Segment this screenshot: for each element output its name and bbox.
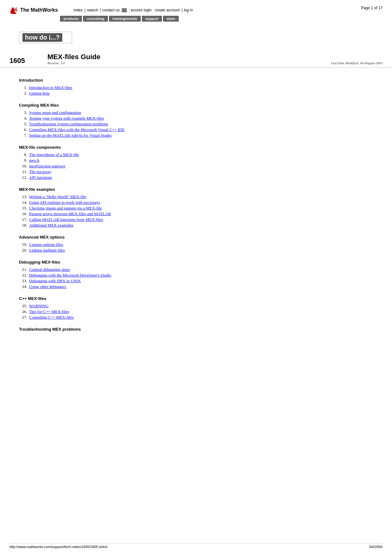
search-link[interactable]: search (87, 8, 98, 12)
doc-revision: Revison: 1.0 (47, 61, 300, 65)
nav-training[interactable]: training/events (109, 16, 141, 22)
log-in-link[interactable]: log in (184, 8, 193, 12)
toc-cpp: 25. WARNING 26. Tips for C++ MEX-files 2… (19, 303, 373, 320)
section-compiling: Compiling MEX-files 3. System setup and … (19, 103, 373, 138)
access-login-link[interactable]: access login (131, 8, 152, 12)
section-introduction: Introduction 1. Introduction to MEX-file… (19, 78, 373, 96)
header: The MathWorks index | search | contact u… (0, 0, 392, 22)
toc-link-22[interactable]: Debugging with the Microsoft Developer's… (29, 273, 111, 278)
section-heading-debugging: Debugging MEX-files (19, 260, 373, 265)
doc-date: Last Date Modified: 04-August-2003 (300, 61, 383, 65)
computer-icon (122, 8, 127, 12)
section-heading-troubleshooting: Troubleshooting MEX problems (19, 327, 373, 332)
section-heading-examples: MEX-file examples (19, 187, 373, 192)
nav-products[interactable]: products (60, 16, 82, 22)
section-troubleshooting: Troubleshooting MEX problems (19, 327, 373, 332)
toc-link-9[interactable]: mex.h (29, 158, 39, 163)
doc-title: MEX-files Guide (47, 53, 300, 61)
logo: The MathWorks (9, 6, 58, 15)
toc-link-19[interactable]: Custom options files (29, 242, 63, 247)
toc-link-16[interactable]: Passing arrays between MEX-files and MAT… (29, 211, 111, 216)
list-item: 23. Debugging with DBX in UNIX (19, 278, 373, 284)
toc-link-1[interactable]: Introduction to MEX-files (29, 85, 72, 90)
list-item: 7. Setting up the MATLAB Add-In for Visu… (19, 133, 373, 138)
list-item: 5. Troubleshooting system configuration … (19, 122, 373, 127)
list-item: 12. API functions (19, 175, 373, 180)
toc-link-8[interactable]: The ingredients of a MEX-file (29, 152, 79, 157)
section-debugging: Debugging MEX-files 21. General debuggin… (19, 260, 373, 289)
list-item: 18. Additional MEX examples (19, 223, 373, 228)
section-components: MEX-file components 8. The ingredients o… (19, 145, 373, 180)
section-heading-components: MEX-file components (19, 145, 373, 150)
footer-date: 3/4/2004 (369, 545, 383, 549)
footer: http://www.mathworks.com/support/tech-no… (9, 543, 383, 549)
index-link[interactable]: index (74, 8, 83, 12)
toc-link-7[interactable]: Setting up the MATLAB Add-In for Visual … (29, 133, 112, 138)
list-item: 24. Using other debuggers (19, 284, 373, 289)
main-content: Introduction 1. Introduction to MEX-file… (0, 68, 392, 347)
list-item: 20. Linking multiple files (19, 248, 373, 253)
section-heading-introduction: Introduction (19, 78, 373, 83)
list-item: 27. Compiling C++ MEX-files (19, 315, 373, 320)
list-item: 1. Introduction to MEX-files (19, 85, 373, 90)
how-do-i-text: how do i...? (22, 33, 62, 42)
toc-link-12[interactable]: API functions (29, 175, 52, 180)
how-do-i-banner: how do i...? (19, 32, 72, 43)
section-heading-cpp: C++ MEX-files (19, 296, 373, 301)
toc-examples: 13. Writing a "Hello World" MEX-file 14.… (19, 194, 373, 228)
toc-link-3[interactable]: System setup and configuration (29, 110, 81, 115)
list-item: 16. Passing arrays between MEX-files and… (19, 211, 373, 216)
nav-support[interactable]: support (142, 16, 162, 22)
section-heading-advanced: Advanced MEX options (19, 235, 373, 240)
list-item: 14. Using API routines to work with mxAr… (19, 200, 373, 205)
list-item: 9. mex.h (19, 158, 373, 163)
doc-title-col: MEX-files Guide Revison: 1.0 (47, 53, 300, 65)
toc-link-24[interactable]: Using other debuggers (29, 284, 66, 289)
list-item: 4. Testing your system with example MEX-… (19, 116, 373, 121)
header-links: index | search | contact us access login… (74, 8, 193, 12)
nav-store[interactable]: store (163, 16, 179, 22)
toc-introduction: 1. Introduction to MEX-files 2. Getting … (19, 85, 373, 96)
section-examples: MEX-file examples 13. Writing a "Hello W… (19, 187, 373, 228)
section-cpp: C++ MEX-files 25. WARNING 26. Tips for C… (19, 296, 373, 320)
toc-compiling: 3. System setup and configuration 4. Tes… (19, 110, 373, 138)
list-item: 8. The ingredients of a MEX-file (19, 152, 373, 157)
list-item: 19. Custom options files (19, 242, 373, 247)
section-heading-compiling: Compiling MEX-files (19, 103, 373, 108)
toc-link-26[interactable]: Tips for C++ MEX-files (29, 309, 69, 314)
toc-link-27[interactable]: Compiling C++ MEX-files (29, 315, 74, 320)
footer-url: http://www.mathworks.com/support/tech-no… (9, 545, 107, 549)
toc-link-13[interactable]: Writing a "Hello World" MEX-file (29, 194, 86, 199)
toc-link-21[interactable]: General debugging steps (29, 267, 70, 272)
toc-debugging: 21. General debugging steps 22. Debuggin… (19, 267, 373, 289)
logo-text: The MathWorks (20, 7, 58, 13)
list-item: 3. System setup and configuration (19, 110, 373, 115)
toc-link-17[interactable]: Calling MATLAB functions from MEX-files (29, 217, 103, 222)
list-item: 17. Calling MATLAB functions from MEX-fi… (19, 217, 373, 222)
contact-link[interactable]: contact us (102, 8, 120, 12)
toc-link-10[interactable]: mexFunction gateway (29, 164, 65, 169)
toc-link-4[interactable]: Testing your system with example MEX-fil… (29, 116, 104, 121)
list-item: 15. Checking inputs and outputs via a ME… (19, 206, 373, 211)
list-item: 2. Getting help (19, 91, 373, 96)
toc-link-11[interactable]: The mxArray (29, 169, 51, 174)
create-account-link[interactable]: create account (155, 8, 180, 12)
nav-consulting[interactable]: consulting (83, 16, 108, 22)
toc-link-20[interactable]: Linking multiple files (29, 248, 65, 253)
toc-link-5[interactable]: Troubleshooting system configuration pro… (29, 122, 108, 127)
toc-link-23[interactable]: Debugging with DBX in UNIX (29, 278, 81, 284)
toc-advanced: 19. Custom options files 20. Linking mul… (19, 242, 373, 253)
toc-link-2[interactable]: Getting help (29, 91, 50, 96)
nav-bar: products consulting training/events supp… (60, 16, 383, 22)
toc-link-25[interactable]: WARNING (29, 303, 48, 309)
list-item: 11. The mxArray (19, 169, 373, 174)
list-item: 22. Debugging with the Microsoft Develop… (19, 273, 373, 278)
toc-link-14[interactable]: Using API routines to work with mxArrays (29, 200, 100, 205)
toc-link-15[interactable]: Checking inputs and outputs via a MEX-fi… (29, 206, 102, 211)
page-number: Page 1 of 17 (361, 6, 383, 10)
doc-number: 1605 (9, 57, 47, 65)
toc-link-6[interactable]: Compiling MEX-files with the Microsoft V… (29, 127, 125, 132)
toc-link-18[interactable]: Additional MEX examples (29, 223, 73, 228)
toc-components: 8. The ingredients of a MEX-file 9. mex.… (19, 152, 373, 180)
list-item: 25. WARNING (19, 303, 373, 309)
